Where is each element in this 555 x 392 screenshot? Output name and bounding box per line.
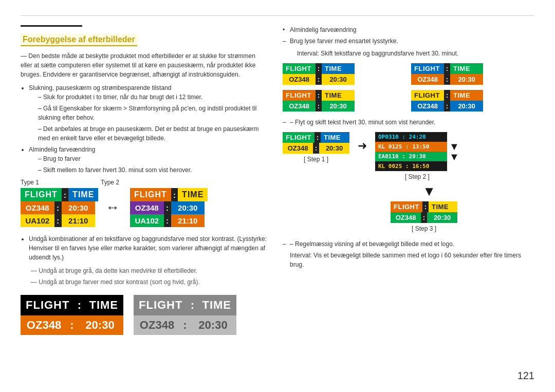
type-panels-row: FLIGHT : TIME OZ348 : 20:30 UA102 : 21:1…: [21, 188, 267, 227]
s1-time-val: 20:30: [319, 143, 349, 154]
gr-colon: :: [188, 295, 197, 315]
rp2-colon-h: :: [444, 63, 450, 74]
main-bullet-list: Slukning, pauseskærm og strømbesparende …: [29, 83, 267, 175]
gr-flight: FLIGHT: [134, 295, 188, 315]
fp-ua102-1: UA102: [21, 214, 54, 227]
bl-time: TIME: [84, 295, 123, 315]
fp-row2-1: UA102 : 21:10: [21, 214, 95, 227]
s2-row4: KL 0025 : 16:50: [375, 161, 447, 171]
section-title: Forebyggelse af efterbilleder: [21, 34, 137, 46]
s1-time: TIME: [321, 132, 349, 143]
rp1-time: TIME: [322, 63, 355, 74]
fp-header-1: FLIGHT : TIME: [21, 188, 95, 201]
type1-label: Type 1: [21, 179, 39, 186]
fp-colon-r2-1: :: [54, 214, 62, 227]
fp-2030-2: 20:30: [171, 201, 205, 214]
bullet-item-2: Almindelig farveændring Brug to farver S…: [29, 145, 267, 175]
fp-ua102-2: UA102: [130, 214, 164, 227]
rp4-colon-h: :: [444, 90, 450, 101]
sub-bullet-1-2: Gå til Egenskaber for skærm > Strømforsy…: [38, 104, 267, 122]
rp4-time-val: 20:30: [450, 101, 483, 111]
rp2-time: TIME: [450, 63, 483, 74]
step3-box: FLIGHT : TIME OZ348 : 20:30 [ Step 3 ]: [313, 201, 534, 232]
right-panel-3: FLIGHT : TIME OZ348 : 20:30: [283, 90, 355, 111]
dash-gray: Undgå at bruge grå, da dette kan medvirk…: [26, 266, 267, 275]
fp-flight-label-1: FLIGHT: [21, 188, 62, 201]
bullet-item-1: Slukning, pauseskærm og strømbesparende …: [29, 83, 267, 143]
regular-sub: Interval: Vis et bevægeligt billede samm…: [283, 251, 534, 269]
sub-bullet-list-1: Sluk for produktet i to timer, når du ha…: [38, 92, 267, 143]
sub-bullet-2-1: Brug to farver: [38, 154, 267, 163]
type-labels: Type 1 Type 2: [21, 179, 267, 186]
bottom-panels: FLIGHT : TIME OZ348 : 20:30 FLIGHT :: [21, 295, 267, 335]
fp-time-label-2: TIME: [178, 188, 208, 201]
rp4-flight: FLIGHT: [411, 90, 444, 101]
bl-oz348: OZ348: [21, 315, 67, 335]
avoid-bullet-1: Undgå kombinationer af en tekstfarve og …: [29, 234, 267, 262]
avoid-bullet-list: Undgå kombinationer af en tekstfarve og …: [29, 234, 267, 262]
s3-time-val: 20:30: [427, 212, 457, 223]
gr-dcolon: :: [180, 315, 190, 335]
fp-flight-label-2: FLIGHT: [130, 188, 171, 201]
rp3-colon-h: :: [316, 90, 322, 101]
fp-row1-2: OZ348 : 20:30: [130, 201, 205, 214]
sub-bullet-2-2: Skift mellem to farver hvert 30. minut s…: [38, 165, 267, 175]
fp-row2-2: UA102 : 21:10: [130, 214, 205, 227]
s2-row1: OP0310 : 24:20: [375, 132, 447, 142]
bl-2030: 20:30: [77, 315, 123, 335]
bottom-panel-black: FLIGHT : TIME OZ348 : 20:30: [21, 295, 123, 335]
sub-bullet-1-3: Det anbefales at bruge en pauseskærm. De…: [38, 124, 267, 143]
s3-flight: FLIGHT: [391, 201, 422, 212]
right-bullet-top: Almindelig farveændring: [283, 25, 534, 34]
right-column: Almindelig farveændring Brug lyse farver…: [283, 25, 534, 345]
rp4-colon-d: :: [444, 101, 450, 111]
section-rule: [21, 25, 82, 27]
regular-label: – Regelmæssig visning af et bevægeligt b…: [283, 239, 534, 249]
step1-box: FLIGHT : TIME OZ348 : 20:30 [ Step 1 ]: [283, 132, 349, 163]
intro-text: — Den bedste måde at beskytte produktet …: [21, 51, 267, 79]
right-panel-4: FLIGHT : TIME OZ348 : 20:30: [411, 90, 483, 111]
bl-dcolon: :: [67, 315, 77, 335]
step-intro-label: – Flyt og skift tekst hvert 30. minut so…: [283, 118, 534, 127]
fp-colon-r1-1: :: [54, 201, 62, 214]
fp-time-label-1: TIME: [68, 188, 98, 201]
flight-panel-type2: FLIGHT : TIME OZ348 : 20:30 UA102 : 21:1…: [130, 188, 205, 227]
fp-2030-1: 20:30: [62, 201, 96, 214]
rp3-oz: OZ348: [283, 101, 316, 111]
rp2-flight: FLIGHT: [411, 63, 444, 74]
rp1-time-val: 20:30: [322, 74, 355, 85]
step1-label: [ Step 1 ]: [304, 156, 328, 163]
gr-oz348: OZ348: [134, 315, 180, 335]
rp1-colon-h: :: [316, 63, 322, 74]
fp-colon-h-1: :: [62, 188, 68, 201]
fp-2110-1: 21:10: [62, 214, 96, 227]
s1-flight: FLIGHT: [283, 132, 314, 143]
gr-2030: 20:30: [190, 315, 236, 335]
page-container: Forebyggelse af efterbilleder — Den beds…: [0, 0, 555, 361]
rp3-flight: FLIGHT: [283, 90, 316, 101]
content-columns: Forebyggelse af efterbilleder — Den beds…: [21, 25, 534, 345]
flight-panel-type1: FLIGHT : TIME OZ348 : 20:30 UA102 : 21:1…: [21, 188, 95, 227]
scroll-arr-2: ▼: [449, 152, 459, 162]
s3-oz: OZ348: [391, 212, 421, 223]
scroll-arr-1: ▼: [449, 141, 459, 152]
rp4-time: TIME: [450, 90, 483, 101]
step3-label: [ Step 3 ]: [412, 225, 436, 232]
step2-inner: OP0310 : 24:20 KL 0125 : 13:50 EA0110 : …: [375, 132, 459, 171]
sub-bullet-1-1: Sluk for produktet i to timer, når du ha…: [38, 92, 267, 102]
rp2-oz: OZ348: [411, 74, 444, 85]
s1-colon-d: :: [313, 143, 319, 154]
step2-box: OP0310 : 24:20 KL 0125 : 13:50 EA0110 : …: [375, 132, 459, 180]
rp2-time-val: 20:30: [450, 74, 483, 85]
fp-oz348-1: OZ348: [21, 201, 54, 214]
s3-colon-h: :: [422, 201, 429, 212]
fp-colon-r1-2: :: [164, 201, 171, 214]
dash-contrast: Undgå at bruge farver med stor kontrast …: [26, 277, 267, 287]
page-number: 121: [517, 370, 534, 382]
rp2-colon-d: :: [444, 74, 450, 85]
fp-2110-2: 21:10: [171, 214, 205, 227]
s3-colon-d: :: [421, 212, 427, 223]
fp-row1-1: OZ348 : 20:30: [21, 201, 95, 214]
rp1-colon-d: :: [316, 74, 322, 85]
fp-colon-r2-2: :: [164, 214, 171, 227]
